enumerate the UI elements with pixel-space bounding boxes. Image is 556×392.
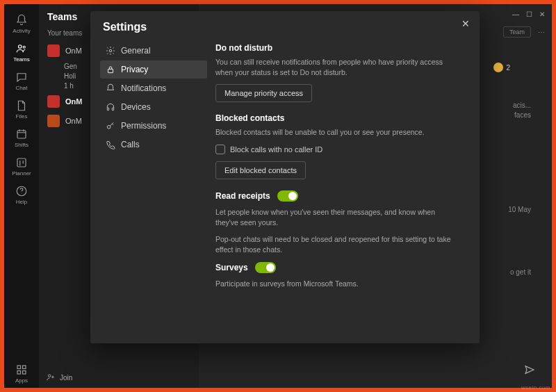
- settings-modal: ✕ Settings General Privacy Notifications…: [90, 11, 480, 343]
- nav-devices[interactable]: Devices: [100, 98, 207, 116]
- chat-date: 10 May: [508, 206, 531, 213]
- headphones-icon: [106, 102, 115, 112]
- blocked-title: Blocked contacts: [215, 113, 459, 123]
- join-create-team[interactable]: Join: [46, 373, 72, 382]
- nav-label: Privacy: [121, 65, 148, 74]
- watermark: wsein.com: [521, 384, 550, 391]
- close-icon[interactable]: ✕: [461, 18, 470, 29]
- team-button[interactable]: Team: [503, 26, 531, 38]
- rail-planner[interactable]: Planner: [12, 156, 31, 177]
- team-avatar: [47, 95, 60, 108]
- nav-label: Calls: [121, 140, 140, 149]
- chat-text: o get it: [510, 268, 531, 276]
- chat-text: faces: [514, 111, 531, 119]
- nav-label: Notifications: [121, 83, 166, 93]
- nav-notifications[interactable]: Notifications: [100, 79, 207, 97]
- svg-point-0: [19, 45, 22, 49]
- send-icon[interactable]: [524, 364, 535, 377]
- nav-calls[interactable]: Calls: [100, 136, 207, 154]
- gear-icon: [106, 46, 115, 56]
- svg-rect-3: [17, 158, 26, 167]
- edit-blocked-contacts-button[interactable]: Edit blocked contacts: [215, 161, 306, 179]
- team-avatar: [47, 44, 60, 57]
- svg-rect-7: [17, 371, 21, 375]
- team-avatar: [47, 115, 60, 127]
- svg-rect-6: [22, 366, 26, 369]
- help-icon: [15, 185, 28, 197]
- block-no-caller-id-checkbox[interactable]: Block calls with no caller ID: [215, 145, 459, 154]
- rail-shifts[interactable]: Shifts: [15, 128, 28, 148]
- svg-point-1: [23, 46, 25, 48]
- people-add-icon: [46, 373, 56, 382]
- maximize-icon[interactable]: ☐: [526, 10, 532, 18]
- nav-permissions[interactable]: Permissions: [100, 117, 207, 135]
- bell-icon: [15, 14, 28, 26]
- people-icon: [15, 42, 28, 55]
- surveys-title: Surveys: [215, 263, 248, 272]
- more-icon[interactable]: ⋯: [538, 28, 545, 36]
- nav-general[interactable]: General: [100, 42, 207, 60]
- surveys-desc: Participate in surveys from Microsoft Te…: [215, 279, 452, 289]
- nav-label: Devices: [121, 102, 151, 112]
- checkbox-label: Block calls with no caller ID: [230, 145, 322, 154]
- surveys-toggle[interactable]: [255, 262, 276, 273]
- nav-label: General: [121, 46, 151, 56]
- chat-text: acis...: [513, 101, 531, 109]
- badge-count: 2: [506, 64, 510, 72]
- rail-chat[interactable]: Chat: [15, 71, 28, 91]
- minimize-icon[interactable]: ―: [512, 10, 519, 18]
- read-desc-2: Pop-out chats will need to be closed and…: [215, 234, 452, 254]
- settings-body: Do not disturb You can still receive not…: [213, 11, 480, 343]
- window-controls: ― ☐ ✕: [510, 4, 552, 24]
- nav-label: Permissions: [121, 121, 166, 131]
- close-window-icon[interactable]: ✕: [539, 10, 545, 18]
- settings-nav: Settings General Privacy Notifications D…: [90, 11, 213, 343]
- read-desc-1: Let people know when you've seen their m…: [215, 207, 452, 227]
- rail-files[interactable]: Files: [15, 99, 28, 120]
- files-icon: [15, 99, 28, 112]
- rail-help[interactable]: Help: [15, 185, 28, 205]
- lock-icon: [106, 65, 115, 74]
- read-receipts-title: Read receipts: [215, 191, 270, 201]
- dnd-title: Do not disturb: [215, 43, 459, 53]
- svg-point-9: [49, 375, 51, 377]
- dnd-desc: You can still receive notifications from…: [215, 57, 452, 77]
- bell-icon: [106, 83, 115, 93]
- presence-badge: [493, 63, 503, 72]
- svg-point-14: [107, 125, 111, 129]
- svg-rect-8: [22, 371, 26, 375]
- planner-icon: [15, 156, 28, 169]
- manage-priority-access-button[interactable]: Manage priority access: [215, 84, 312, 102]
- rail-activity[interactable]: Activity: [13, 14, 30, 34]
- app-rail: Activity Teams Chat Files Shifts Planner…: [4, 4, 39, 388]
- rail-apps[interactable]: Apps: [15, 364, 28, 384]
- settings-title: Settings: [100, 21, 207, 33]
- key-icon: [106, 121, 115, 131]
- svg-point-10: [109, 49, 112, 52]
- svg-rect-12: [107, 108, 108, 111]
- nav-privacy[interactable]: Privacy: [100, 60, 207, 79]
- svg-rect-11: [108, 69, 113, 72]
- svg-rect-13: [112, 108, 113, 111]
- checkbox-icon: [215, 145, 225, 154]
- rail-teams[interactable]: Teams: [13, 42, 30, 63]
- phone-icon: [106, 140, 115, 149]
- chat-icon: [15, 71, 28, 83]
- apps-icon: [15, 364, 28, 376]
- svg-rect-5: [17, 366, 21, 369]
- read-receipts-toggle[interactable]: [277, 190, 298, 202]
- svg-rect-2: [17, 131, 26, 138]
- blocked-desc: Blocked contacts will be unable to call …: [215, 127, 452, 138]
- calendar-icon: [15, 128, 28, 140]
